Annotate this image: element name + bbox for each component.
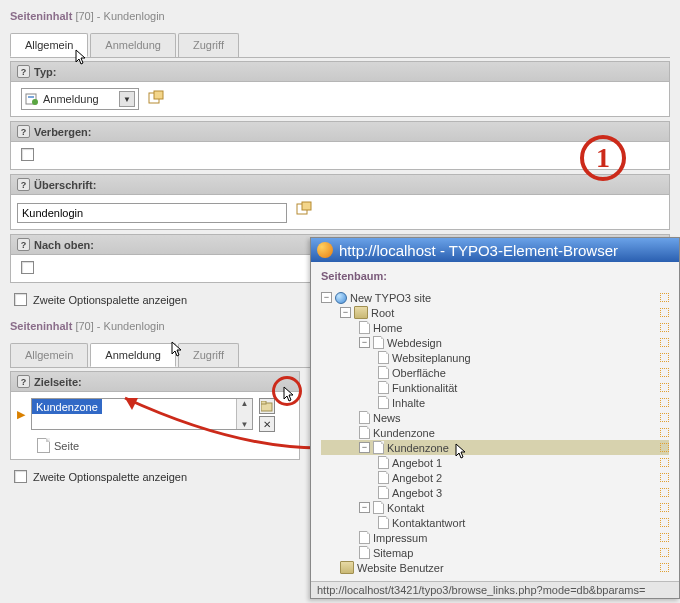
select-marker[interactable] [660,473,669,482]
record-type: Seiteninhalt [10,320,72,332]
page-icon [378,516,389,529]
select-marker[interactable] [660,443,669,452]
help-icon[interactable]: ? [17,375,30,388]
page-tree: − New TYPO3 site − Root Home − [321,290,669,575]
hide-checkbox[interactable] [21,148,34,161]
option-palette-label: Zweite Optionspalette anzeigen [33,471,187,483]
tab-login[interactable]: Anmeldung [90,33,176,57]
page-icon [378,351,389,364]
tree-node-root[interactable]: − Root [321,305,669,320]
tree-node[interactable]: Sitemap [321,545,669,560]
svg-rect-8 [261,401,266,404]
tree-node[interactable]: Funktionalität [321,380,669,395]
select-marker[interactable] [660,518,669,527]
section-hide-label: Verbergen: [34,126,91,138]
section-heading-header: ? Überschrift: [10,174,670,195]
tree-node[interactable]: Home [321,320,669,335]
tab-access[interactable]: Zugriff [178,33,239,57]
select-marker[interactable] [660,308,669,317]
browse-folder-button[interactable] [259,398,275,414]
tree-node[interactable]: Oberfläche [321,365,669,380]
tree-node[interactable]: Inhalte [321,395,669,410]
select-marker[interactable] [660,368,669,377]
wizard-icon[interactable] [148,90,164,106]
popup-titlebar[interactable]: http://localhost - TYPO3-Element-Browser [311,238,679,262]
section-hide-header: ? Verbergen: [10,121,670,142]
tree-node[interactable]: Kontaktantwort [321,515,669,530]
page-icon [378,381,389,394]
svg-rect-6 [302,202,311,210]
record-type: Seiteninhalt [10,10,72,22]
heading-input[interactable] [17,203,287,223]
tree-node[interactable]: Angebot 3 [321,485,669,500]
tree-node[interactable]: − Webdesign [321,335,669,350]
select-marker[interactable] [660,533,669,542]
chevron-down-icon[interactable]: ▼ [119,91,135,107]
page-icon [373,501,384,514]
select-marker[interactable] [660,458,669,467]
select-marker[interactable] [660,413,669,422]
scrollbar[interactable]: ▲▼ [236,399,252,429]
tree-node-kundenzone-selected[interactable]: − Kundenzone [321,440,669,455]
select-marker[interactable] [660,488,669,497]
select-marker[interactable] [660,548,669,557]
tab-login[interactable]: Anmeldung [90,343,176,367]
collapse-icon[interactable]: − [321,292,332,303]
tree-node[interactable]: Angebot 1 [321,455,669,470]
section-type-body: Anmeldung ▼ [10,82,670,117]
folder-icon [340,561,354,574]
help-icon[interactable]: ? [17,65,30,78]
collapse-icon[interactable]: − [359,502,370,513]
collapse-icon[interactable]: − [359,442,370,453]
section-totop-label: Nach oben: [34,239,94,251]
tree-heading: Seitenbaum: [321,270,669,282]
target-selected-item: Kundenzone [32,399,102,414]
select-marker[interactable] [660,383,669,392]
tabs-panel1: Allgemein Anmeldung Zugriff [10,33,670,58]
select-marker[interactable] [660,338,669,347]
tree-node[interactable]: Website Benutzer [321,560,669,575]
tree-node-site[interactable]: − New TYPO3 site [321,290,669,305]
select-marker[interactable] [660,428,669,437]
select-marker[interactable] [660,353,669,362]
tab-general[interactable]: Allgemein [10,343,88,367]
option-palette-checkbox[interactable] [14,470,27,483]
select-marker[interactable] [660,293,669,302]
option-palette-checkbox[interactable] [14,293,27,306]
tree-node[interactable]: Angebot 2 [321,470,669,485]
select-marker[interactable] [660,503,669,512]
svg-rect-1 [28,96,34,98]
collapse-icon[interactable]: − [340,307,351,318]
type-select[interactable]: Anmeldung ▼ [21,88,139,110]
section-type-header: ? Typ: [10,61,670,82]
page-type-label-row: Seite [37,438,293,453]
totop-checkbox[interactable] [21,261,34,274]
select-marker[interactable] [660,563,669,572]
page-icon [373,441,384,454]
help-icon[interactable]: ? [17,178,30,191]
tab-access[interactable]: Zugriff [178,343,239,367]
help-icon[interactable]: ? [17,125,30,138]
section-target-body: ▶ Kundenzone ▲▼ ✕ Seite [10,392,300,460]
type-select-value: Anmeldung [43,93,113,105]
tree-node[interactable]: Websiteplanung [321,350,669,365]
tree-node[interactable]: − Kontakt [321,500,669,515]
page-icon [373,336,384,349]
section-target-header: ? Zielseite: [10,371,300,392]
remove-item-button[interactable]: ✕ [259,416,275,432]
page-icon [378,366,389,379]
collapse-icon[interactable]: − [359,337,370,348]
page-icon [359,546,370,559]
firefox-icon [317,242,333,258]
tree-node[interactable]: Kundenzone [321,425,669,440]
tree-node[interactable]: News [321,410,669,425]
wizard-icon[interactable] [296,201,312,217]
target-listbox[interactable]: Kundenzone ▲▼ [31,398,253,430]
tab-general[interactable]: Allgemein [10,33,88,57]
svg-point-2 [32,99,38,105]
login-plugin-icon [25,92,39,106]
tree-node[interactable]: Impressum [321,530,669,545]
help-icon[interactable]: ? [17,238,30,251]
select-marker[interactable] [660,398,669,407]
select-marker[interactable] [660,323,669,332]
